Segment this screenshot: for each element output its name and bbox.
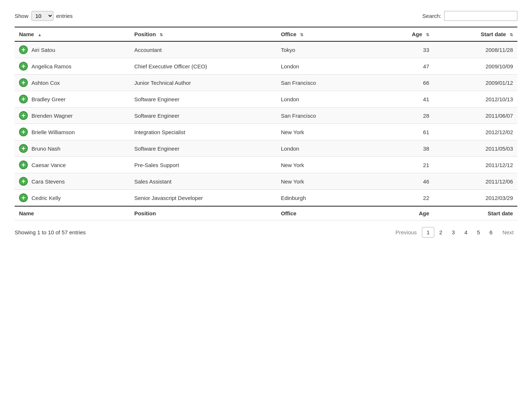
page-button-4[interactable]: 4 (460, 227, 472, 238)
name-value: Ashton Cox (31, 80, 60, 86)
expand-icon[interactable]: + (19, 144, 28, 153)
header-row: Name ▲ Position ⇅ Office ⇅ Age ⇅ Start d… (15, 27, 517, 41)
position-cell: Chief Executive Officer (CEO) (130, 58, 277, 75)
col-header-office[interactable]: Office ⇅ (277, 27, 381, 41)
table-row: + Brielle Williamson Integration Special… (15, 124, 517, 140)
table-row: + Brenden Wagner Software EngineerSan Fr… (15, 107, 517, 124)
expand-icon[interactable]: + (19, 177, 28, 186)
name-value: Angelica Ramos (31, 63, 71, 69)
name-cell: + Ashton Cox (15, 75, 130, 91)
table-row: + Cara Stevens Sales AssistantNew York46… (15, 173, 517, 190)
startdate-cell: 2012/03/29 (434, 190, 517, 207)
bottom-controls: Showing 1 to 10 of 57 entries Previous 1… (15, 227, 517, 238)
office-cell: New York (277, 173, 381, 190)
expand-icon[interactable]: + (19, 128, 28, 136)
position-cell: Pre-Sales Support (130, 157, 277, 173)
position-cell: Integration Specialist (130, 124, 277, 140)
pagination: Previous 123456 Next (392, 227, 517, 238)
table-row: + Airi Satou AccountantTokyo332008/11/28 (15, 41, 517, 58)
table-row: + Bradley Greer Software EngineerLondon4… (15, 91, 517, 107)
entries-select[interactable]: 102550100 (31, 11, 53, 21)
name-cell: + Brenden Wagner (15, 107, 130, 124)
startdate-cell: 2011/12/12 (434, 157, 517, 173)
table-row: + Ashton Cox Junior Technical AuthorSan … (15, 75, 517, 91)
table-row: + Caesar Vance Pre-Sales SupportNew York… (15, 157, 517, 173)
expand-icon[interactable]: + (19, 193, 28, 202)
col-header-name[interactable]: Name ▲ (15, 27, 130, 41)
name-cell: + Brielle Williamson (15, 124, 130, 140)
expand-icon[interactable]: + (19, 78, 28, 87)
position-cell: Accountant (130, 41, 277, 58)
office-cell: San Francisco (277, 75, 381, 91)
office-sort-icon: ⇅ (300, 33, 303, 37)
table-footer: Name Position Office Age Start date (15, 206, 517, 220)
age-cell: 46 (381, 173, 434, 190)
table-row: + Angelica Ramos Chief Executive Officer… (15, 58, 517, 75)
previous-button[interactable]: Previous (392, 227, 420, 237)
expand-icon[interactable]: + (19, 95, 28, 103)
name-cell: + Cedric Kelly (15, 190, 130, 207)
page-button-3[interactable]: 3 (447, 227, 460, 238)
next-button[interactable]: Next (499, 227, 517, 237)
office-cell: London (277, 58, 381, 75)
name-cell: + Bruno Nash (15, 140, 130, 157)
table-body: + Airi Satou AccountantTokyo332008/11/28… (15, 41, 517, 206)
footer-col-office: Office (277, 206, 381, 220)
age-cell: 22 (381, 190, 434, 207)
office-cell: Edinburgh (277, 190, 381, 207)
table-row: + Bruno Nash Software EngineerLondon3820… (15, 140, 517, 157)
position-cell: Senior Javascript Developer (130, 190, 277, 207)
name-value: Bradley Greer (31, 96, 65, 102)
footer-row: Name Position Office Age Start date (15, 206, 517, 220)
name-cell: + Caesar Vance (15, 157, 130, 173)
name-cell: + Bradley Greer (15, 91, 130, 107)
col-header-startdate[interactable]: Start date ⇅ (434, 27, 517, 41)
search-label: Search: (422, 13, 441, 19)
office-cell: New York (277, 157, 381, 173)
office-cell: Tokyo (277, 41, 381, 58)
page-button-2[interactable]: 2 (434, 227, 447, 238)
name-value: Brenden Wagner (31, 113, 73, 119)
age-sort-icon: ⇅ (426, 33, 429, 37)
expand-icon[interactable]: + (19, 62, 28, 71)
top-controls: Show 102550100 entries Search: (15, 11, 517, 21)
office-cell: New York (277, 124, 381, 140)
table-row: + Cedric Kelly Senior Javascript Develop… (15, 190, 517, 207)
age-cell: 41 (381, 91, 434, 107)
startdate-cell: 2011/05/03 (434, 140, 517, 157)
page-button-6[interactable]: 6 (485, 227, 497, 238)
col-header-age[interactable]: Age ⇅ (381, 27, 434, 41)
age-cell: 38 (381, 140, 434, 157)
showing-info: Showing 1 to 10 of 57 entries (15, 229, 86, 235)
footer-col-name: Name (15, 206, 130, 220)
page-button-5[interactable]: 5 (472, 227, 484, 238)
office-cell: London (277, 140, 381, 157)
name-value: Caesar Vance (31, 162, 66, 168)
name-value: Cara Stevens (31, 178, 65, 185)
startdate-cell: 2012/10/13 (434, 91, 517, 107)
page-button-1[interactable]: 1 (422, 227, 434, 238)
startdate-cell: 2009/10/09 (434, 58, 517, 75)
name-cell: + Angelica Ramos (15, 58, 130, 75)
age-cell: 61 (381, 124, 434, 140)
age-cell: 28 (381, 107, 434, 124)
startdate-sort-icon: ⇅ (510, 33, 513, 37)
office-cell: San Francisco (277, 107, 381, 124)
name-cell: + Airi Satou (15, 41, 130, 58)
expand-icon[interactable]: + (19, 111, 28, 120)
position-cell: Software Engineer (130, 107, 277, 124)
position-cell: Junior Technical Author (130, 75, 277, 91)
age-cell: 66 (381, 75, 434, 91)
search-input[interactable] (444, 11, 517, 21)
name-value: Airi Satou (31, 47, 55, 53)
expand-icon[interactable]: + (19, 160, 28, 169)
position-cell: Software Engineer (130, 140, 277, 157)
expand-icon[interactable]: + (19, 45, 28, 54)
col-header-position[interactable]: Position ⇅ (130, 27, 277, 41)
show-entries-control: Show 102550100 entries (15, 11, 73, 21)
name-cell: + Cara Stevens (15, 173, 130, 190)
name-value: Bruno Nash (31, 145, 60, 152)
startdate-cell: 2008/11/28 (434, 41, 517, 58)
name-value: Cedric Kelly (31, 195, 61, 201)
position-cell: Software Engineer (130, 91, 277, 107)
